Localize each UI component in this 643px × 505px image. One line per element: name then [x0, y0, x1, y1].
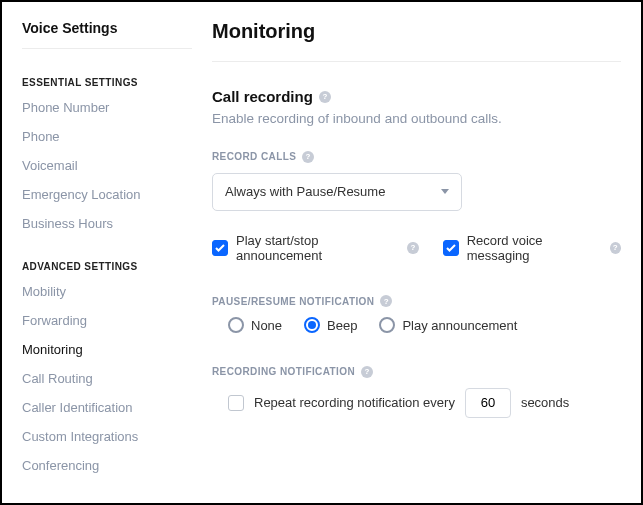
- sidebar-item-emergency-location[interactable]: Emergency Location: [22, 187, 192, 202]
- pause-resume-label: PAUSE/RESUME NOTIFICATION: [212, 296, 374, 307]
- record-voice-messaging-checkbox[interactable]: [443, 240, 459, 256]
- sidebar-item-mobility[interactable]: Mobility: [22, 284, 192, 299]
- record-voice-messaging-option[interactable]: Record voice messaging ?: [443, 233, 621, 263]
- sidebar-title: Voice Settings: [22, 20, 192, 49]
- radio-play-announcement[interactable]: [379, 317, 395, 333]
- call-recording-title: Call recording: [212, 88, 313, 105]
- radio-play-announcement-label: Play announcement: [402, 318, 517, 333]
- record-calls-label: RECORD CALLS: [212, 151, 296, 162]
- sidebar-item-phone[interactable]: Phone: [22, 129, 192, 144]
- play-announcement-option[interactable]: Play start/stop announcement ?: [212, 233, 419, 263]
- help-icon[interactable]: ?: [361, 366, 373, 378]
- repeat-notification-row: Repeat recording notification every seco…: [212, 388, 621, 418]
- call-recording-section: Call recording ? Enable recording of inb…: [212, 88, 621, 418]
- sidebar: Voice Settings ESSENTIAL SETTINGS Phone …: [22, 20, 202, 485]
- play-announcement-label: Play start/stop announcement: [236, 233, 399, 263]
- pause-resume-radio-group: None Beep Play announcement: [212, 317, 621, 333]
- main-content: Monitoring Call recording ? Enable recor…: [202, 20, 621, 485]
- recording-notification-label: RECORDING NOTIFICATION: [212, 366, 355, 377]
- help-icon[interactable]: ?: [610, 242, 621, 254]
- help-icon[interactable]: ?: [319, 91, 331, 103]
- sidebar-item-phone-number[interactable]: Phone Number: [22, 100, 192, 115]
- advanced-settings-header: ADVANCED SETTINGS: [22, 261, 192, 272]
- repeat-interval-input[interactable]: [465, 388, 511, 418]
- call-recording-title-row: Call recording ?: [212, 88, 331, 105]
- pause-resume-option-play-announcement[interactable]: Play announcement: [379, 317, 517, 333]
- chevron-down-icon: [441, 189, 449, 194]
- sidebar-item-conferencing[interactable]: Conferencing: [22, 458, 192, 473]
- page-title: Monitoring: [212, 20, 621, 62]
- repeat-label-prefix: Repeat recording notification every: [254, 395, 455, 410]
- radio-none[interactable]: [228, 317, 244, 333]
- repeat-notification-checkbox[interactable]: [228, 395, 244, 411]
- sidebar-item-voicemail[interactable]: Voicemail: [22, 158, 192, 173]
- sidebar-advanced-group: ADVANCED SETTINGS Mobility Forwarding Mo…: [22, 261, 192, 473]
- recording-notification-label-row: RECORDING NOTIFICATION ?: [212, 366, 373, 378]
- record-calls-select[interactable]: Always with Pause/Resume: [212, 173, 462, 211]
- pause-resume-label-row: PAUSE/RESUME NOTIFICATION ?: [212, 295, 392, 307]
- pause-resume-option-beep[interactable]: Beep: [304, 317, 357, 333]
- essential-settings-header: ESSENTIAL SETTINGS: [22, 77, 192, 88]
- sidebar-item-forwarding[interactable]: Forwarding: [22, 313, 192, 328]
- sidebar-item-call-routing[interactable]: Call Routing: [22, 371, 192, 386]
- help-icon[interactable]: ?: [407, 242, 418, 254]
- radio-beep[interactable]: [304, 317, 320, 333]
- check-icon: [446, 244, 456, 252]
- radio-beep-label: Beep: [327, 318, 357, 333]
- help-icon[interactable]: ?: [380, 295, 392, 307]
- play-announcement-checkbox[interactable]: [212, 240, 228, 256]
- help-icon[interactable]: ?: [302, 151, 314, 163]
- check-icon: [215, 244, 225, 252]
- repeat-label-suffix: seconds: [521, 395, 569, 410]
- sidebar-essential-group: ESSENTIAL SETTINGS Phone Number Phone Vo…: [22, 77, 192, 231]
- radio-dot: [308, 321, 316, 329]
- record-calls-value: Always with Pause/Resume: [225, 184, 385, 199]
- call-recording-description: Enable recording of inbound and outbound…: [212, 111, 621, 126]
- record-calls-label-row: RECORD CALLS ?: [212, 151, 314, 163]
- pause-resume-option-none[interactable]: None: [228, 317, 282, 333]
- sidebar-item-custom-integrations[interactable]: Custom Integrations: [22, 429, 192, 444]
- sidebar-item-monitoring[interactable]: Monitoring: [22, 342, 192, 357]
- sidebar-item-business-hours[interactable]: Business Hours: [22, 216, 192, 231]
- record-voice-messaging-label: Record voice messaging: [467, 233, 602, 263]
- announcement-checkbox-row: Play start/stop announcement ? Record vo…: [212, 233, 621, 263]
- sidebar-item-caller-identification[interactable]: Caller Identification: [22, 400, 192, 415]
- radio-none-label: None: [251, 318, 282, 333]
- settings-window: Voice Settings ESSENTIAL SETTINGS Phone …: [0, 0, 643, 505]
